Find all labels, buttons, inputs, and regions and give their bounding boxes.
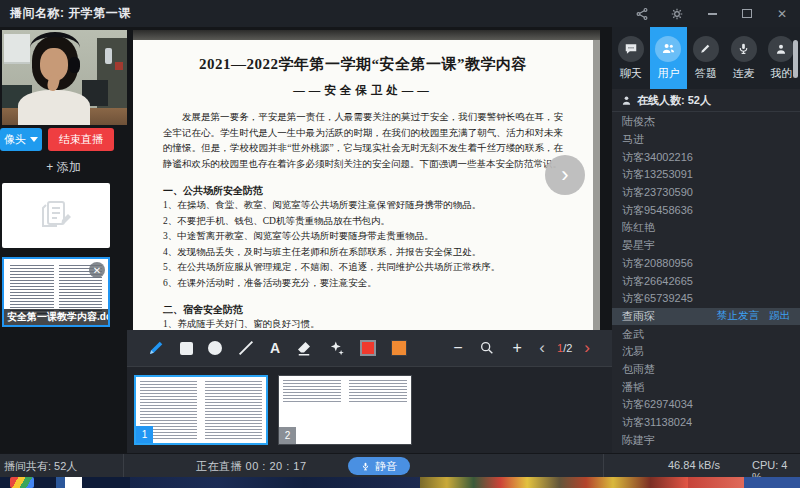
tab-label: 我的 bbox=[770, 66, 792, 81]
settings-gear-icon[interactable] bbox=[669, 6, 685, 22]
mute-button[interactable]: 静音 bbox=[348, 457, 410, 475]
online-count-label: 在线人数: 52人 bbox=[637, 93, 711, 108]
text-tool-icon[interactable]: A bbox=[270, 338, 280, 358]
mute-button-label: 静音 bbox=[375, 459, 397, 474]
mute-mic-icon bbox=[361, 461, 370, 472]
online-count-row: 在线人数: 52人 bbox=[612, 89, 800, 112]
close-button[interactable]: ✕ bbox=[774, 6, 790, 22]
user-list-item[interactable]: 访客20880956 bbox=[612, 255, 800, 273]
document-list-item: 5、在公共场所应服从管理规定，不嬉闹、不追逐，共同维护公共场所正常秩序。 bbox=[163, 260, 563, 276]
share-icon[interactable] bbox=[634, 6, 650, 22]
user-list-item[interactable]: 潘韬 bbox=[612, 378, 800, 396]
document-paragraph: 发展是第一要务，平安是第一责任，人最需要关注的莫过于安全，我们要警钟长鸣在耳，安… bbox=[163, 110, 563, 172]
user-list-item[interactable]: 访客34002216 bbox=[612, 148, 800, 166]
user-name: 陆俊杰 bbox=[622, 114, 655, 129]
user-list-item[interactable]: 陈红艳 bbox=[612, 219, 800, 237]
document-scrollbar[interactable] bbox=[593, 40, 600, 332]
right-panel: 聊天 用户 答题 连麦 bbox=[612, 27, 800, 453]
user-list-item[interactable]: 陆俊杰 bbox=[612, 113, 800, 131]
add-document-button[interactable]: + 添加 bbox=[0, 159, 127, 177]
user-name: 访客26642665 bbox=[622, 274, 693, 289]
maximize-button[interactable] bbox=[739, 6, 755, 22]
user-list-item[interactable]: 沈易 bbox=[612, 343, 800, 361]
live-stream-app-window: 播间名称: 开学第一课 ✕ bbox=[0, 0, 800, 488]
ellipse-tool-icon[interactable] bbox=[208, 338, 222, 358]
kick-user-button[interactable]: 踢出 bbox=[769, 309, 790, 323]
page-thumbnail-1[interactable]: 1 bbox=[134, 375, 268, 445]
document-slot-placeholder[interactable] bbox=[2, 183, 110, 248]
tab-label: 聊天 bbox=[620, 66, 642, 81]
webcam-headphones-band bbox=[30, 32, 80, 48]
user-list-item[interactable]: 晏星宇 bbox=[612, 237, 800, 255]
document-thumbnail-selected[interactable]: ✕ 安全第一课教学内容.doc bbox=[2, 257, 110, 327]
statusbar-divider bbox=[603, 454, 604, 478]
user-list-item[interactable]: 访客26642665 bbox=[612, 272, 800, 290]
camera-select-button[interactable]: 像头 bbox=[0, 128, 42, 151]
line-tool-icon[interactable] bbox=[237, 338, 255, 358]
user-list-item[interactable]: 查雨琛 禁止发言 踢出 bbox=[612, 308, 800, 326]
user-list-item[interactable]: 访客13253091 bbox=[612, 166, 800, 184]
webcam-video-preview bbox=[2, 30, 127, 125]
user-list-item[interactable]: 陈建宇 bbox=[612, 431, 800, 449]
highlight-tool-icon[interactable] bbox=[328, 338, 345, 358]
live-label: 正在直播 bbox=[196, 460, 242, 472]
user-list-item[interactable]: 包雨楚 bbox=[612, 361, 800, 379]
document-list-item: 6、在课外活动时，准备活动要充分，要注意安全。 bbox=[163, 276, 563, 292]
taskbar-browser-icon bbox=[10, 477, 34, 488]
user-list-item[interactable]: 访客65739245 bbox=[612, 290, 800, 308]
next-page-button[interactable]: › bbox=[545, 155, 585, 195]
online-person-icon bbox=[621, 95, 632, 106]
color-swatch-orange[interactable] bbox=[391, 340, 407, 356]
tab-chat[interactable]: 聊天 bbox=[612, 27, 650, 89]
annotation-toolbar: A − + ‹ 1/2 › bbox=[127, 330, 612, 366]
webcam-headphones-earcup bbox=[69, 57, 80, 73]
eraser-tool-icon[interactable] bbox=[295, 338, 313, 358]
end-stream-button[interactable]: 结束直播 bbox=[48, 128, 114, 151]
user-list-item[interactable]: 访客31138024 bbox=[612, 414, 800, 432]
color-swatch-red[interactable] bbox=[360, 340, 376, 356]
previous-page-button[interactable]: ‹ bbox=[539, 338, 545, 358]
document-section-heading: 二、宿舍安全防范 bbox=[163, 303, 563, 317]
zoom-in-button[interactable]: + bbox=[512, 338, 521, 358]
tab-quiz[interactable]: 答题 bbox=[687, 27, 725, 89]
user-name: 查雨琛 bbox=[622, 309, 655, 324]
magnifier-icon[interactable] bbox=[479, 338, 495, 358]
user-list-item[interactable]: 马进 bbox=[612, 131, 800, 149]
user-name: 晏星宇 bbox=[622, 238, 655, 253]
user-name: 访客62974034 bbox=[622, 397, 693, 412]
taskbar-word-icon bbox=[56, 477, 82, 488]
user-list-item[interactable]: 访客23730590 bbox=[612, 184, 800, 202]
user-list-item[interactable]: 访客62974034 bbox=[612, 396, 800, 414]
user-name: 金武 bbox=[622, 327, 644, 342]
zoom-out-button[interactable]: − bbox=[453, 338, 462, 358]
user-list-item[interactable]: 金武 bbox=[612, 325, 800, 343]
pencil-icon bbox=[693, 36, 719, 62]
users-icon bbox=[655, 36, 681, 62]
user-list-scrollbar-thumb[interactable] bbox=[793, 40, 798, 78]
document-list-item: 1、在操场、食堂、教室、阅览室等公共场所要注意保管好随身携带的物品。 bbox=[163, 198, 563, 214]
room-total-label: 播间共有: 52人 bbox=[4, 459, 77, 474]
document-page: 2021—2022学年第一学期“安全第一课”教学内容 ——安全保卫处—— 发展是… bbox=[133, 40, 593, 332]
document-viewport-margin bbox=[133, 30, 600, 40]
document-list-item: 3、中途暂离开教室、阅览室等公共场所时要随身带走贵重物品。 bbox=[163, 229, 563, 245]
page1-preview bbox=[140, 381, 262, 439]
room-title: 播间名称: 开学第一课 bbox=[10, 5, 131, 22]
next-page-arrow-button[interactable]: › bbox=[584, 338, 590, 358]
mute-user-button[interactable]: 禁止发言 bbox=[717, 309, 759, 323]
user-name: 马进 bbox=[622, 132, 644, 147]
page-thumbnail-2[interactable]: 2 bbox=[278, 375, 412, 445]
rectangle-tool-icon[interactable] bbox=[180, 338, 193, 358]
page-total: /2 bbox=[563, 342, 572, 354]
tab-users[interactable]: 用户 bbox=[650, 27, 688, 89]
pen-tool-icon[interactable] bbox=[147, 338, 165, 358]
preview-text-column bbox=[205, 381, 262, 439]
user-actions: 禁止发言 踢出 bbox=[717, 309, 790, 323]
close-document-icon[interactable]: ✕ bbox=[89, 262, 105, 278]
document-filename: 安全第一课教学内容.doc bbox=[4, 309, 108, 325]
microphone-icon bbox=[731, 36, 757, 62]
tab-mic-connect[interactable]: 连麦 bbox=[725, 27, 763, 89]
user-list-item[interactable]: 访客95458636 bbox=[612, 201, 800, 219]
person-icon bbox=[768, 36, 794, 62]
minimize-button[interactable] bbox=[704, 6, 720, 22]
preview-text-column bbox=[349, 380, 407, 440]
